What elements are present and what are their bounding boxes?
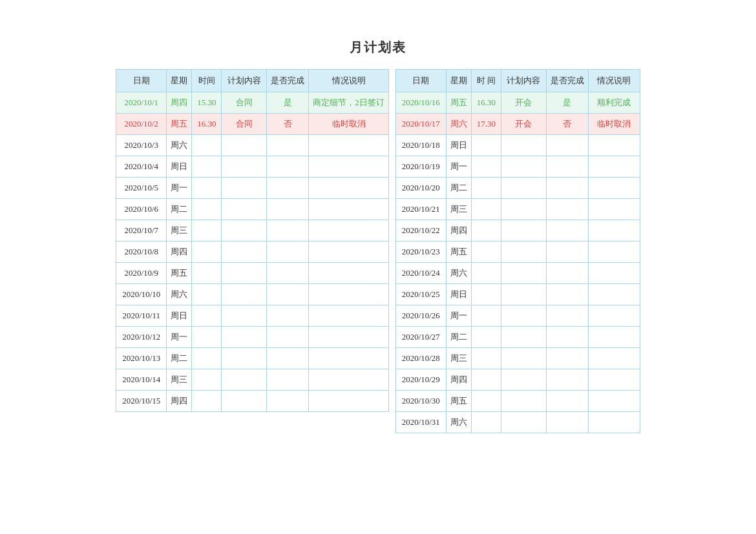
table-cell	[309, 263, 389, 284]
table-cell	[588, 220, 640, 241]
table-cell	[546, 284, 588, 305]
table-cell: 17.30	[471, 114, 501, 135]
table-cell	[546, 178, 588, 199]
table-cell	[471, 348, 501, 369]
right-table: 日期 星期 时 间 计划内容 是否完成 情况说明 2020/10/16周五16.…	[395, 69, 640, 433]
table-cell: 周五	[167, 263, 192, 284]
table-cell: 16.30	[192, 114, 222, 135]
table-cell	[192, 135, 222, 156]
table-cell: 周二	[446, 327, 471, 348]
table-cell	[267, 241, 309, 263]
table-cell	[471, 178, 501, 199]
table-cell	[192, 156, 222, 178]
table-cell: 2020/10/25	[395, 284, 446, 305]
table-cell: 2020/10/29	[395, 369, 446, 391]
table-cell: 周一	[167, 327, 192, 348]
table-cell	[501, 369, 546, 391]
table-cell	[588, 391, 640, 412]
table-cell: 2020/10/28	[395, 348, 446, 369]
table-cell: 是	[267, 92, 309, 114]
right-header-plan: 计划内容	[501, 70, 546, 92]
table-cell	[546, 369, 588, 391]
right-header-day: 星期	[446, 70, 471, 92]
table-cell	[222, 199, 267, 220]
table-cell: 周四	[167, 241, 192, 263]
table-cell	[501, 220, 546, 241]
table-cell: 周六	[446, 412, 471, 433]
table-cell: 2020/10/23	[395, 241, 446, 263]
table-cell	[471, 241, 501, 263]
table-cell	[222, 327, 267, 348]
table-cell: 2020/10/7	[116, 220, 167, 241]
table-cell	[222, 241, 267, 263]
table-cell: 周四	[167, 391, 192, 412]
table-cell	[222, 348, 267, 369]
table-cell	[546, 391, 588, 412]
table-cell	[309, 284, 389, 305]
table-cell: 周一	[167, 178, 192, 199]
table-cell: 2020/10/2	[116, 114, 167, 135]
table-cell	[192, 178, 222, 199]
table-cell: 临时取消	[588, 114, 640, 135]
table-cell	[501, 263, 546, 284]
table-cell: 2020/10/1	[116, 92, 167, 114]
table-cell	[222, 178, 267, 199]
table-cell: 周四	[446, 369, 471, 391]
table-cell	[501, 199, 546, 220]
table-cell: 周二	[167, 348, 192, 369]
table-cell: 周四	[446, 220, 471, 241]
table-cell	[192, 391, 222, 412]
table-cell: 周五	[167, 114, 192, 135]
table-cell	[471, 135, 501, 156]
table-cell	[471, 284, 501, 305]
right-header-done: 是否完成	[546, 70, 588, 92]
table-cell	[588, 305, 640, 327]
table-cell: 临时取消	[309, 114, 389, 135]
table-cell	[309, 305, 389, 327]
table-cell	[192, 263, 222, 284]
table-cell: 合同	[222, 114, 267, 135]
table-cell: 2020/10/9	[116, 263, 167, 284]
table-cell	[309, 391, 389, 412]
table-cell	[309, 241, 389, 263]
table-cell: 2020/10/22	[395, 220, 446, 241]
table-cell	[471, 263, 501, 284]
table-cell: 周五	[446, 391, 471, 412]
table-cell	[267, 199, 309, 220]
table-cell	[267, 220, 309, 241]
table-cell	[222, 263, 267, 284]
table-cell: 周日	[167, 305, 192, 327]
table-cell	[309, 327, 389, 348]
table-cell: 2020/10/26	[395, 305, 446, 327]
table-cell	[222, 284, 267, 305]
table-cell	[192, 220, 222, 241]
table-cell: 周一	[446, 305, 471, 327]
table-cell: 周六	[446, 114, 471, 135]
table-cell	[546, 220, 588, 241]
table-cell: 2020/10/12	[116, 327, 167, 348]
table-cell	[546, 348, 588, 369]
table-cell: 16.30	[471, 92, 501, 114]
table-cell	[222, 305, 267, 327]
table-cell: 2020/10/17	[395, 114, 446, 135]
table-cell	[546, 305, 588, 327]
table-cell: 2020/10/31	[395, 412, 446, 433]
table-cell	[309, 135, 389, 156]
table-cell: 2020/10/16	[395, 92, 446, 114]
right-header-note: 情况说明	[588, 70, 640, 92]
table-cell: 周五	[446, 241, 471, 263]
table-cell	[192, 348, 222, 369]
table-cell: 合同	[222, 92, 267, 114]
table-cell: 周六	[167, 284, 192, 305]
table-cell: 商定细节，2日签订	[309, 92, 389, 114]
table-cell	[267, 135, 309, 156]
table-cell	[588, 241, 640, 263]
table-cell	[222, 391, 267, 412]
table-cell	[546, 263, 588, 284]
table-cell	[192, 284, 222, 305]
table-cell: 2020/10/6	[116, 199, 167, 220]
table-cell	[222, 369, 267, 391]
table-cell	[267, 284, 309, 305]
table-cell: 否	[546, 114, 588, 135]
table-cell	[309, 220, 389, 241]
